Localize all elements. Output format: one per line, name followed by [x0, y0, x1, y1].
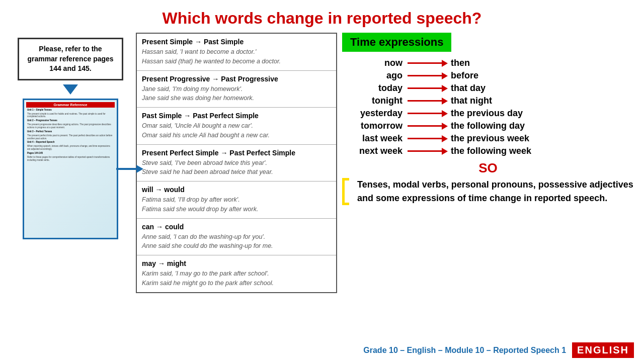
- section-title-2: Past Simple → Past Perfect Simple: [142, 112, 331, 120]
- section-example-0a: Hassan said, 'I want to become a doctor.…: [142, 47, 331, 57]
- section-example-1b: Jane said she was doing her homework.: [142, 94, 331, 103]
- time-arrow-4: [408, 110, 448, 117]
- section-title-5: can → could: [142, 223, 331, 231]
- conclusion-text: Tenses, modal verbs, personal pronouns, …: [357, 178, 634, 205]
- section-example-3a: Steve said, 'I've been abroad twice this…: [142, 158, 331, 168]
- grammar-section-5: can → could Anne said, 'I can do the was…: [137, 219, 336, 256]
- time-left-5: tomorrow: [347, 121, 408, 131]
- time-right-4: the previous day: [448, 108, 523, 119]
- section-example-0b: Hassan said (that) he wanted to become a…: [142, 57, 331, 66]
- footer-text: Grade 10 – English – Module 10 – Reporte…: [363, 346, 566, 355]
- time-arrow-head-3: [442, 98, 448, 105]
- time-arrow-6: [408, 135, 448, 142]
- time-pair-5: tomorrow the following day: [347, 121, 634, 131]
- yellow-bracket-icon: [342, 178, 349, 205]
- time-pairs-list: now then ago before today that day tonig…: [347, 58, 634, 156]
- time-left-2: today: [347, 83, 408, 94]
- section-example-1a: Jane said, 'I'm doing my homework'.: [142, 84, 331, 94]
- time-arrow-line-1: [408, 75, 442, 76]
- right-column: Time expressions now then ago before tod…: [342, 33, 634, 354]
- time-pair-4: yesterday the previous day: [347, 108, 634, 119]
- time-pair-6: last week the previous week: [347, 133, 634, 144]
- time-arrow-line-4: [408, 113, 442, 114]
- grammar-section-6: may → might Karim said, 'I may go to the…: [137, 255, 336, 292]
- grammar-section-2: Past Simple → Past Perfect Simple Omar s…: [137, 108, 336, 145]
- time-arrow-line-3: [408, 100, 442, 102]
- section-example-5a: Anne said, 'I can do the washing-up for …: [142, 232, 331, 242]
- english-logo: ENGLISH: [572, 342, 634, 358]
- time-left-1: ago: [347, 70, 408, 81]
- grammar-section-1: Present Progressive → Past Progressive J…: [137, 71, 336, 108]
- time-left-0: now: [347, 58, 408, 68]
- section-example-6b: Karim said he might go to the park after…: [142, 279, 331, 288]
- time-left-4: yesterday: [347, 108, 408, 119]
- time-pair-0: now then: [347, 58, 634, 68]
- time-arrow-2: [408, 85, 448, 92]
- down-arrow-icon: [63, 84, 78, 95]
- time-arrow-head-0: [442, 60, 448, 67]
- time-pair-1: ago before: [347, 70, 634, 81]
- section-example-4a: Fatima said, 'I'll drop by after work'.: [142, 195, 331, 205]
- time-pair-2: today that day: [347, 83, 634, 94]
- section-title-4: will → would: [142, 186, 331, 194]
- section-example-4b: Fatima said she would drop by after work…: [142, 205, 331, 214]
- time-arrow-1: [408, 72, 448, 79]
- time-right-2: that day: [448, 83, 486, 94]
- grammar-section-3: Present Perfect Simple → Past Perfect Si…: [137, 145, 336, 182]
- time-arrow-head-7: [442, 148, 448, 155]
- textbook-image: Grammar Reference Unit 1 – Simple Tenses…: [23, 99, 118, 239]
- time-expressions-header: Time expressions: [342, 33, 451, 52]
- time-arrow-head-6: [442, 135, 448, 142]
- time-arrow-line-6: [408, 138, 442, 139]
- time-arrow-head-2: [442, 85, 448, 92]
- main-title: Which words change in reported speech?: [0, 0, 644, 33]
- time-left-3: tonight: [347, 96, 408, 106]
- time-right-5: the following day: [448, 121, 525, 131]
- section-title-0: Present Simple → Past Simple: [142, 38, 331, 46]
- section-example-5b: Anne said she could do the washing-up fo…: [142, 241, 331, 251]
- time-pair-3: tonight that night: [347, 96, 634, 106]
- textbook-wrapper: Grammar Reference Unit 1 – Simple Tenses…: [23, 99, 118, 239]
- time-arrow-0: [408, 60, 448, 67]
- section-title-6: may → might: [142, 259, 331, 267]
- right-arrow-icon: [116, 165, 143, 173]
- so-label: SO: [342, 160, 634, 176]
- time-arrow-line-5: [408, 125, 442, 127]
- time-arrow-7: [408, 148, 448, 155]
- grammar-reference-text: Please, refer to the grammar reference p…: [27, 45, 113, 72]
- grammar-section-4: will → would Fatima said, 'I'll drop by …: [137, 182, 336, 219]
- section-title-3: Present Perfect Simple → Past Perfect Si…: [142, 149, 331, 157]
- section-example-6a: Karim said, 'I may go to the park after …: [142, 269, 331, 279]
- time-arrow-line-0: [408, 62, 442, 64]
- time-left-7: next week: [347, 146, 408, 156]
- center-column: Present Simple → Past Simple Hassan said…: [136, 33, 337, 354]
- time-arrow-head-5: [442, 123, 448, 130]
- grammar-section-0: Present Simple → Past Simple Hassan said…: [137, 34, 336, 71]
- time-right-7: the following week: [448, 146, 531, 156]
- left-column: Please, refer to the grammar reference p…: [10, 33, 131, 354]
- time-arrow-3: [408, 98, 448, 105]
- grammar-reference-box: Please, refer to the grammar reference p…: [18, 38, 123, 80]
- time-right-0: then: [448, 58, 470, 68]
- time-arrow-line-7: [408, 150, 442, 152]
- time-right-1: before: [448, 70, 478, 81]
- section-title-1: Present Progressive → Past Progressive: [142, 75, 331, 83]
- grammar-table: Present Simple → Past Simple Hassan said…: [136, 33, 337, 293]
- section-example-3b: Steve said he had been abroad twice that…: [142, 167, 331, 177]
- time-arrow-head-4: [442, 110, 448, 117]
- time-left-6: last week: [347, 133, 408, 144]
- time-arrow-5: [408, 123, 448, 130]
- footer: Grade 10 – English – Module 10 – Reporte…: [363, 342, 634, 358]
- section-example-2b: Omar said his uncle Ali had bought a new…: [142, 131, 331, 140]
- section-example-2a: Omar said, 'Uncle Ali bought a new car'.: [142, 121, 331, 131]
- conclusion-wrapper: Tenses, modal verbs, personal pronouns, …: [342, 178, 634, 205]
- time-arrow-head-1: [442, 72, 448, 79]
- time-right-3: that night: [448, 96, 492, 106]
- time-pair-7: next week the following week: [347, 146, 634, 156]
- time-arrow-line-2: [408, 87, 442, 89]
- time-right-6: the previous week: [448, 133, 529, 144]
